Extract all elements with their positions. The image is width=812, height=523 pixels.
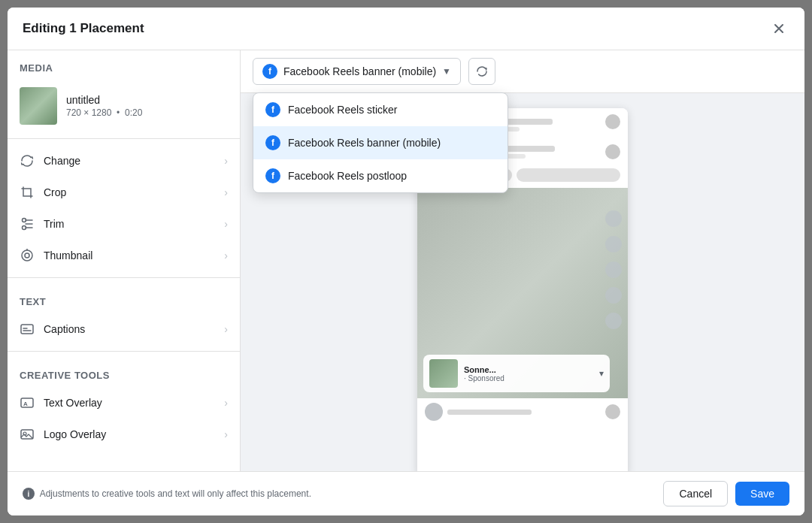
reels-preview: Sonne... · Sponsored ▾ [417, 188, 628, 398]
crop-chevron: › [224, 186, 228, 198]
modal-header: Editing 1 Placement [8, 8, 804, 50]
save-button[interactable]: Save [735, 482, 789, 506]
dropdown-arrow-icon: ▼ [442, 66, 451, 77]
reels-action-3 [605, 262, 622, 278]
menu-item-change[interactable]: Change › [8, 145, 240, 177]
modal-body: Media untitled 720 × 1280 • 0:20 [8, 50, 804, 471]
captions-icon [20, 322, 35, 337]
placement-dropdown[interactable]: f Facebook Reels banner (mobile) ▼ [253, 58, 461, 85]
facebook-icon: f [262, 64, 277, 79]
feed-bottom [417, 398, 628, 471]
dropdown-item-postloop[interactable]: f Facebook Reels postloop [253, 159, 508, 192]
menu-item-thumbnail[interactable]: Thumbnail › [8, 240, 240, 271]
svg-rect-8 [21, 325, 33, 334]
svg-text:A: A [23, 401, 28, 407]
close-button[interactable] [768, 18, 789, 39]
dropdown-item-banner-mobile-label: Facebook Reels banner (mobile) [288, 137, 441, 149]
modal-overlay: Editing 1 Placement Media untitled [0, 0, 812, 523]
creative-section-label: Creative tools [8, 358, 240, 387]
feed-avatar-3 [425, 403, 443, 421]
refresh-button[interactable] [468, 58, 495, 85]
dropdown-fb-icon-1: f [265, 102, 280, 117]
crop-label: Crop [44, 186, 66, 198]
modal: Editing 1 Placement Media untitled [8, 8, 804, 515]
sponsored-expand-icon: ▾ [599, 368, 604, 379]
divider-1 [8, 138, 240, 139]
trim-chevron: › [224, 218, 228, 230]
placement-selector-bar: f Facebook Reels banner (mobile) ▼ [241, 50, 804, 93]
sponsored-thumb [429, 359, 458, 388]
reels-video: Sonne... · Sponsored ▾ [417, 188, 628, 398]
reels-side-actions [605, 210, 622, 329]
left-panel: Media untitled 720 × 1280 • 0:20 [8, 50, 241, 471]
menu-item-text-overlay[interactable]: A Text Overlay › [8, 387, 240, 419]
dropdown-fb-icon-2: f [265, 135, 280, 150]
footer-note: i Adjustments to creative tools and text… [23, 488, 656, 500]
divider-3 [8, 351, 240, 352]
reels-action-4 [605, 287, 622, 304]
trim-label: Trim [44, 218, 64, 230]
media-thumbnail [20, 87, 57, 125]
sponsored-dot: · [464, 374, 466, 382]
dropdown-item-postloop-label: Facebook Reels postloop [288, 170, 407, 182]
info-icon: i [23, 488, 35, 500]
reels-action-2 [605, 236, 622, 252]
dropdown-item-sticker[interactable]: f Facebook Reels sticker [253, 93, 508, 126]
change-icon [20, 153, 35, 168]
side-action-bottom-1 [605, 404, 620, 419]
svg-point-6 [25, 253, 29, 258]
change-chevron: › [224, 155, 228, 167]
trim-icon [20, 216, 35, 231]
side-action-2 [605, 144, 620, 159]
right-panel: f Facebook Reels banner (mobile) ▼ f [241, 50, 804, 471]
text-overlay-chevron: › [224, 397, 228, 409]
thumbnail-label: Thumbnail [44, 249, 92, 262]
cancel-button[interactable]: Cancel [663, 481, 728, 506]
change-label: Change [44, 155, 80, 167]
sponsored-name: Sonne... [464, 365, 593, 374]
menu-item-captions[interactable]: Captions › [8, 313, 240, 345]
dropdown-item-banner-mobile[interactable]: f Facebook Reels banner (mobile) [253, 126, 508, 159]
crop-icon [20, 185, 35, 200]
modal-title: Editing 1 Placement [23, 21, 144, 36]
text-overlay-icon: A [20, 395, 35, 410]
captions-label: Captions [44, 323, 85, 335]
logo-overlay-label: Logo Overlay [44, 428, 106, 440]
reels-sponsored-banner: Sonne... · Sponsored ▾ [423, 355, 610, 392]
logo-overlay-chevron: › [224, 428, 228, 440]
text-section-label: Text [8, 284, 240, 313]
sponsored-info: Sonne... · Sponsored [464, 365, 593, 382]
captions-chevron: › [224, 323, 228, 335]
text-overlay-label: Text Overlay [44, 397, 102, 409]
logo-overlay-icon [20, 427, 35, 442]
placement-dropdown-text: Facebook Reels banner (mobile) [283, 65, 436, 77]
menu-item-logo-overlay[interactable]: Logo Overlay › [8, 419, 240, 450]
reels-action-5 [605, 313, 622, 329]
side-action-1 [605, 114, 620, 129]
divider-2 [8, 277, 240, 278]
dropdown-fb-icon-3: f [265, 168, 280, 183]
thumbnail-icon [20, 248, 35, 263]
media-meta: 720 × 1280 • 0:20 [66, 107, 142, 118]
media-details: untitled 720 × 1280 • 0:20 [66, 94, 142, 118]
sponsored-tag-text: Sponsored [468, 374, 504, 382]
media-thumb-inner [20, 87, 57, 125]
svg-point-5 [22, 250, 32, 261]
media-name: untitled [66, 94, 142, 106]
menu-item-crop[interactable]: Crop › [8, 177, 240, 208]
placement-dropdown-menu: f Facebook Reels sticker f Facebook Reel… [253, 92, 508, 193]
dropdown-item-sticker-label: Facebook Reels sticker [288, 104, 398, 116]
reels-action-1 [605, 210, 622, 227]
action-pill-3 [517, 168, 620, 182]
media-info: untitled 720 × 1280 • 0:20 [8, 80, 240, 132]
thumbnail-chevron: › [224, 249, 228, 262]
media-section-label: Media [8, 50, 240, 80]
modal-footer: i Adjustments to creative tools and text… [8, 471, 804, 515]
menu-item-trim[interactable]: Trim › [8, 208, 240, 240]
